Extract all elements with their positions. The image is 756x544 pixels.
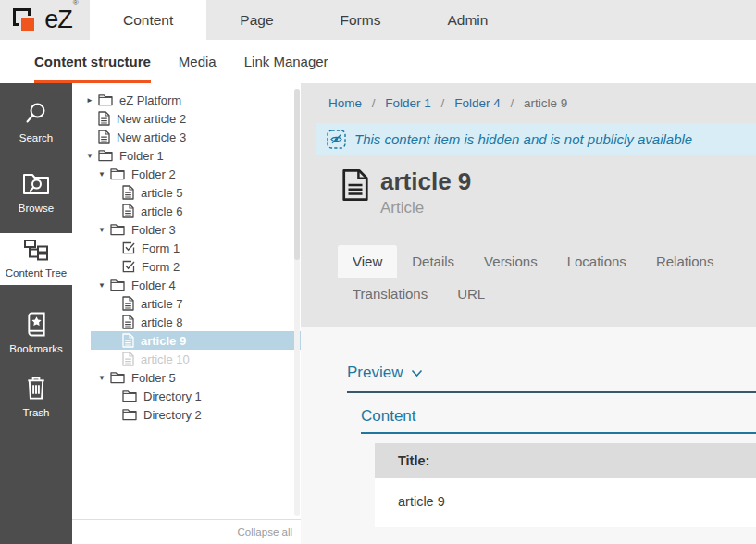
tree-item-new-article-3[interactable]: New article 3	[72, 128, 301, 146]
tree-item-article-8[interactable]: article 8	[72, 313, 301, 331]
tree-item-form-2[interactable]: Form 2	[72, 257, 301, 276]
content-tabs: View Details Versions Locations Relation…	[338, 245, 756, 310]
hidden-eye-icon	[327, 130, 346, 149]
tree-item-label: article 10	[141, 352, 190, 366]
expand-arrow-icon[interactable]	[86, 152, 98, 160]
article-icon	[122, 352, 134, 366]
sidebar-item-bookmarks[interactable]: Bookmarks	[0, 302, 72, 365]
hidden-content-notice: This content item is hidden and is not p…	[316, 123, 756, 155]
form-icon	[122, 260, 135, 273]
subnav-link-manager[interactable]: Link Manager	[244, 40, 328, 83]
folder-icon	[98, 149, 113, 162]
expand-arrow-icon[interactable]	[98, 281, 110, 290]
collapse-arrow-icon[interactable]	[86, 96, 98, 105]
content-tree-panel: eZ Platform New article 2 New article 3 …	[72, 83, 301, 544]
top-tab-content[interactable]: Content	[90, 0, 206, 40]
folder-icon	[122, 389, 137, 402]
tree-item-new-article-2[interactable]: New article 2	[72, 109, 301, 128]
content-section: Content Title: article 9	[361, 407, 756, 527]
folder-icon	[110, 223, 125, 236]
left-sidebar: Search Browse Content Tree Bookmarks Tra…	[0, 83, 72, 544]
tree-item-folder-1[interactable]: Folder 1	[72, 146, 301, 165]
article-icon	[122, 296, 134, 311]
breadcrumb-link-folder-1[interactable]: Folder 1	[385, 96, 431, 110]
breadcrumb-link-home[interactable]: Home	[328, 96, 362, 110]
tree-item-article-9-selected[interactable]: article 9	[72, 331, 301, 350]
tab-relations[interactable]: Relations	[641, 245, 729, 278]
sidebar-label-search: Search	[19, 133, 53, 144]
preview-toggle[interactable]: Preview	[347, 364, 756, 382]
folder-icon	[122, 408, 137, 421]
breadcrumb-separator: /	[441, 96, 445, 110]
ez-logo[interactable]: eZ®	[0, 0, 90, 40]
tree-item-directory-2[interactable]: Directory 2	[72, 405, 301, 424]
tree-item-ez-platform[interactable]: eZ Platform	[72, 91, 301, 109]
tree-footer: Collapse all	[72, 519, 301, 544]
tree-item-folder-5[interactable]: Folder 5	[72, 368, 301, 387]
tree-scrollbar-track[interactable]	[294, 89, 300, 516]
tab-url[interactable]: URL	[442, 278, 500, 310]
tab-locations[interactable]: Locations	[552, 245, 641, 278]
tab-view[interactable]: View	[338, 245, 397, 278]
collapse-all-link[interactable]: Collapse all	[238, 526, 292, 538]
field-name-title: Title:	[375, 443, 756, 478]
content-section-divider	[361, 432, 756, 434]
sidebar-item-content-tree[interactable]: Content Tree	[0, 233, 72, 285]
sidebar-item-trash[interactable]: Trash	[0, 365, 72, 429]
tree-item-label: Folder 2	[131, 167, 176, 181]
content-section-title: Content	[361, 407, 756, 426]
view-tab-panel: Preview Content Title: article 9	[301, 327, 756, 544]
tree-item-label: article 6	[141, 204, 183, 218]
folder-icon	[110, 371, 125, 384]
tree-item-label: article 9	[141, 334, 186, 348]
sidebar-label-browse: Browse	[19, 204, 54, 215]
tree-item-folder-3[interactable]: Folder 3	[72, 220, 301, 239]
tab-versions[interactable]: Versions	[469, 245, 552, 278]
tree-item-article-7[interactable]: article 7	[72, 294, 301, 313]
subnav-media[interactable]: Media	[179, 40, 217, 83]
tree-item-label: Folder 1	[119, 149, 164, 163]
top-tab-forms[interactable]: Forms	[307, 0, 415, 40]
tree-item-label: New article 3	[117, 130, 186, 144]
tree-item-label: article 8	[141, 315, 183, 329]
notice-text: This content item is hidden and is not p…	[354, 131, 692, 147]
expand-arrow-icon[interactable]	[98, 226, 110, 234]
article-icon	[122, 333, 134, 348]
tab-translations[interactable]: Translations	[338, 278, 442, 310]
field-value-title: article 9	[375, 478, 756, 527]
trash-icon	[25, 376, 47, 401]
tab-details[interactable]: Details	[397, 245, 469, 278]
ez-platform-admin-window: eZ® Content Page Forms Admin Content str…	[0, 0, 756, 544]
tree-item-form-1[interactable]: Form 1	[72, 239, 301, 257]
top-tab-page[interactable]: Page	[206, 0, 306, 40]
tree-item-folder-2[interactable]: Folder 2	[72, 165, 301, 183]
sidebar-label-bookmarks: Bookmarks	[9, 344, 63, 355]
form-icon	[122, 241, 135, 254]
secondary-navigation: Content structure Media Link Manager	[0, 40, 756, 83]
content-tree: eZ Platform New article 2 New article 3 …	[72, 83, 301, 424]
tree-item-article-6[interactable]: article 6	[72, 202, 301, 220]
tree-scrollbar-thumb[interactable]	[294, 89, 300, 260]
content-tree-icon	[23, 239, 49, 261]
content-header: Home / Folder 1 / Folder 4 / article 9 T…	[301, 83, 756, 327]
folder-icon	[110, 167, 125, 180]
browse-icon	[22, 172, 50, 196]
tree-item-article-10-hidden[interactable]: article 10	[72, 350, 301, 368]
preview-divider	[347, 391, 756, 393]
subnav-content-structure[interactable]: Content structure	[34, 40, 151, 83]
top-bar: eZ® Content Page Forms Admin	[0, 0, 756, 40]
sidebar-item-browse[interactable]: Browse	[0, 159, 72, 228]
sidebar-item-search[interactable]: Search	[0, 87, 72, 159]
top-navigation: Content Page Forms Admin	[90, 0, 521, 40]
tree-item-folder-4[interactable]: Folder 4	[72, 276, 301, 294]
expand-arrow-icon[interactable]	[98, 170, 110, 179]
content-title-block: article 9 Article	[341, 168, 756, 217]
top-tab-admin[interactable]: Admin	[414, 0, 521, 40]
tree-item-directory-1[interactable]: Directory 1	[72, 387, 301, 405]
tree-item-article-5[interactable]: article 5	[72, 183, 301, 202]
expand-arrow-icon[interactable]	[98, 374, 110, 382]
registered-mark: ®	[73, 0, 78, 6]
tree-item-label: Folder 4	[131, 278, 176, 292]
breadcrumb-link-folder-4[interactable]: Folder 4	[454, 96, 501, 110]
content-type-label: Article	[380, 199, 471, 217]
